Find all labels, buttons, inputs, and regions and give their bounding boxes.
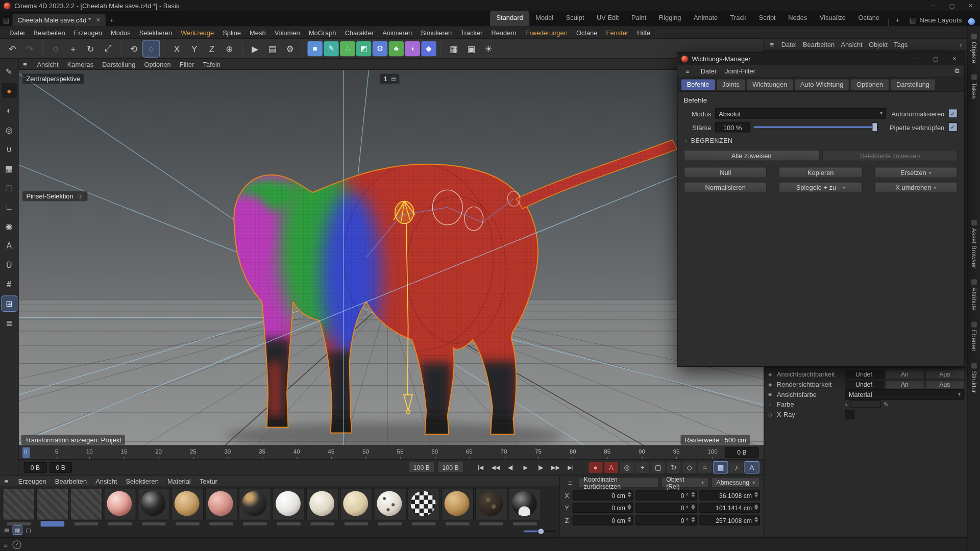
document-list-icon[interactable]: ▤	[0, 14, 12, 26]
viewport-menu-item[interactable]: Kameras	[63, 60, 98, 68]
layout-tab[interactable]: UV Edit	[591, 11, 625, 26]
key-dot-icon[interactable]: ◇	[768, 411, 774, 417]
ansichtsfarbe-dropdown[interactable]: Material ▾	[845, 389, 965, 399]
dock-tab[interactable]: Ebenen	[971, 322, 977, 352]
menu-item[interactable]: MoGraph	[304, 29, 340, 36]
menu-item[interactable]: Datei	[5, 29, 29, 36]
status-panel-icon[interactable]: ≡	[4, 541, 8, 548]
staerke-slider[interactable]	[754, 123, 879, 131]
range-max-button[interactable]: 100 B	[437, 462, 464, 473]
menu-item[interactable]: Fenster	[602, 29, 633, 36]
material-menu-item[interactable]: Ansicht	[91, 477, 121, 485]
goto-start-button[interactable]: |◀	[474, 462, 487, 473]
grid-snap-icon[interactable]: #	[2, 277, 16, 291]
autokeying-button[interactable]: A	[604, 462, 618, 473]
wm-popout-icon[interactable]: ⧉	[950, 67, 964, 75]
scale-key-toggle[interactable]: ▢	[651, 462, 665, 473]
dock-tab[interactable]: Objekte	[971, 34, 977, 63]
toolbar-button[interactable]	[440, 41, 441, 55]
toolbar-button[interactable]	[42, 41, 43, 55]
material-thumbnail[interactable]	[441, 488, 474, 520]
prev-frame-button[interactable]: ◀|	[504, 462, 518, 473]
pla-key-toggle[interactable]: ≈	[698, 462, 712, 473]
current-frame-field[interactable]: 0 B	[49, 462, 72, 473]
object-axis-icon[interactable]: Ü	[2, 257, 16, 272]
tool-hud-expand-icon[interactable]: ›	[77, 193, 84, 199]
last-tool-button[interactable]: ⟲	[126, 40, 142, 57]
material-thumbnail[interactable]	[340, 488, 373, 520]
layout-tab[interactable]: Sculpt	[559, 11, 590, 26]
object-manager-menu-item[interactable]: Bearbeiten	[800, 41, 838, 48]
layout-tab[interactable]: Script	[753, 11, 782, 26]
position-field[interactable]: 0 cm	[573, 515, 633, 525]
snap-settings-button[interactable]: ▦	[446, 40, 462, 57]
x-umdrehen-dropdown[interactable]: X umdrehen ▾	[874, 182, 958, 193]
coordinate-system-button[interactable]: ⊕	[221, 40, 237, 57]
range-start-field[interactable]: 0 B	[24, 462, 47, 473]
viewport-menu-item[interactable]: Filter	[175, 60, 199, 68]
menu-overflow-icon[interactable]: ›	[957, 41, 965, 48]
slider-handle[interactable]	[537, 528, 544, 534]
viewport-panel-menu-icon[interactable]: ≡	[19, 60, 32, 68]
size-field[interactable]: 257.1008 cm	[699, 515, 760, 525]
material-menu-item[interactable]: Textur	[195, 477, 222, 485]
size-mode-dropdown[interactable]: Abmessung ▾	[712, 478, 760, 488]
layout-tab[interactable]: Standard	[490, 11, 529, 26]
axis-sphere-icon[interactable]: ◉	[2, 219, 16, 234]
menu-item[interactable]: Spline	[218, 29, 246, 36]
menu-item[interactable]: Animieren	[378, 29, 416, 36]
notification-icon[interactable]	[968, 18, 975, 25]
material-thumbnail[interactable]	[273, 488, 305, 520]
alle-zuweisen-button[interactable]: Alle zuweisen	[684, 150, 819, 161]
layout-tab[interactable]: Visualize	[814, 11, 852, 26]
weight-paint-tool-icon[interactable]: ●	[2, 83, 16, 98]
minimize-button[interactable]: ─	[924, 0, 943, 11]
material-thumbnail[interactable]	[104, 488, 136, 520]
viewport-menu-item[interactable]: Tafeln	[199, 60, 225, 68]
toolbar-button[interactable]	[242, 41, 242, 55]
icon-view-icon[interactable]: ▦	[13, 526, 22, 534]
material-thumbnail[interactable]	[3, 488, 35, 520]
deformer-object-button[interactable]: ◖	[405, 41, 420, 56]
record-keyframe-button[interactable]: ●	[589, 462, 602, 473]
selektierte-zuweisen-button[interactable]: Selektierte zuweisen	[822, 150, 958, 161]
staerke-field[interactable]: 100 %	[715, 122, 750, 133]
pen-tool-icon[interactable]: ✎	[2, 64, 16, 79]
rotation-field[interactable]: 0 °	[636, 503, 697, 513]
position-field[interactable]: 0 cm	[573, 503, 633, 513]
menu-item[interactable]: Erweiterungen	[521, 29, 572, 36]
texture-mode-icon[interactable]: A	[2, 238, 16, 253]
key-dot-icon[interactable]: ◆	[768, 371, 774, 377]
material-thumbnail[interactable]	[172, 488, 204, 520]
move-tool-button[interactable]: +	[65, 40, 81, 57]
menu-item[interactable]: Selektieren	[135, 29, 176, 36]
next-key-button[interactable]: ▶▶	[549, 462, 562, 473]
material-menu-item[interactable]: Selektieren	[121, 477, 163, 485]
material-thumbnail[interactable]	[205, 488, 238, 520]
volume-object-button[interactable]: ◩	[356, 41, 371, 56]
material-thumbnail[interactable]	[137, 488, 170, 520]
position-field[interactable]: 0 cm	[573, 490, 633, 500]
rotation-key-toggle[interactable]: ↻	[667, 462, 681, 473]
spline-pen-button[interactable]: ✎	[324, 41, 338, 56]
toolbar-button[interactable]	[303, 41, 303, 55]
normalisieren-button[interactable]: Normalisieren	[684, 182, 767, 193]
ruler-icon[interactable]: ∟	[2, 199, 16, 214]
document-tab[interactable]: Cheetah Male save.c4d * ✕	[12, 14, 105, 26]
menu-item[interactable]: Volumen	[270, 29, 304, 36]
menu-item[interactable]: Octane	[572, 29, 602, 36]
menu-item[interactable]: Erzeugen	[69, 29, 106, 36]
material-thumbnail[interactable]	[36, 488, 69, 520]
rotation-field[interactable]: 0 °	[636, 515, 697, 525]
state-aus-button[interactable]: Aus	[925, 380, 964, 389]
layout-tab[interactable]: Octane	[852, 11, 886, 26]
menu-item[interactable]: Mesh	[246, 29, 271, 36]
reset-coordinates-button[interactable]: Koordinaten zurücksetzen	[579, 478, 658, 488]
rotation-field[interactable]: 0 °	[636, 490, 697, 500]
state-an-button[interactable]: An	[885, 380, 924, 389]
wm-maximize-button[interactable]: ▢	[926, 53, 945, 64]
position-key-toggle[interactable]: +	[635, 462, 649, 473]
toolbar-button[interactable]	[120, 41, 121, 55]
material-thumbnail[interactable]	[407, 488, 440, 520]
material-thumbnail[interactable]	[374, 488, 406, 520]
